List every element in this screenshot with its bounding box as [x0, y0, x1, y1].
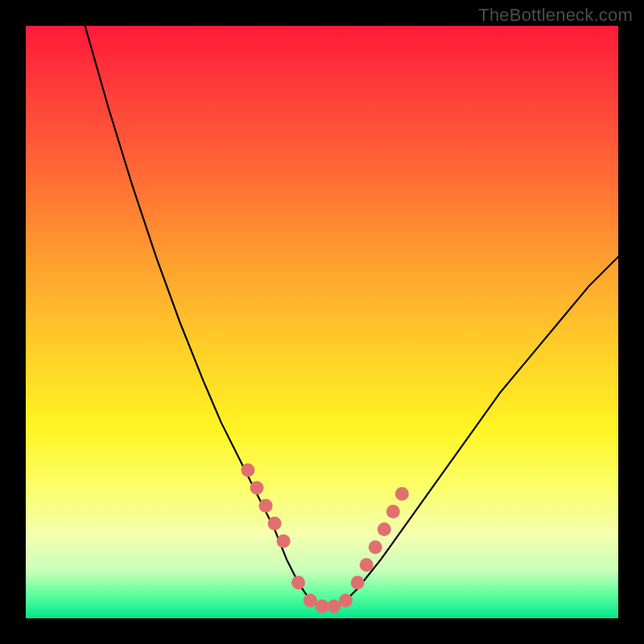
marker-dot	[291, 576, 305, 589]
marker-dot	[378, 522, 391, 536]
marker-dot	[327, 600, 341, 613]
curve-path	[85, 26, 618, 606]
bottleneck-curve	[85, 26, 618, 606]
marker-dot	[339, 593, 353, 607]
marker-dot	[242, 464, 255, 477]
marker-dot	[369, 540, 382, 554]
marker-dot	[259, 499, 273, 513]
marker-dot	[395, 487, 409, 501]
marker-dot	[303, 593, 317, 607]
marker-dot	[268, 517, 282, 530]
marker-dot	[360, 558, 374, 572]
marker-dot	[277, 535, 291, 548]
chart-frame: TheBottleneck.com	[0, 0, 644, 644]
marker-dot	[351, 576, 365, 589]
marker-dot	[386, 505, 400, 518]
highlight-markers	[242, 464, 409, 613]
marker-dot	[316, 600, 329, 613]
plot-area	[26, 26, 618, 618]
chart-svg	[26, 26, 618, 618]
watermark-text: TheBottleneck.com	[478, 5, 633, 26]
marker-dot	[250, 481, 264, 495]
